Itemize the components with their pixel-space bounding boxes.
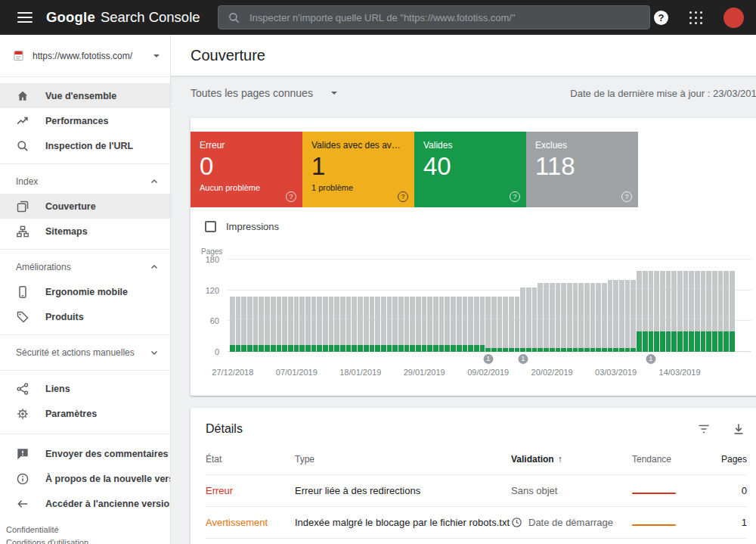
chart-bar[interactable] <box>277 297 282 352</box>
chart-bar[interactable] <box>474 297 479 352</box>
chart-bar[interactable] <box>649 271 654 352</box>
chart-bar[interactable] <box>625 280 631 352</box>
summary-card-excluded[interactable]: Exclues 118 ? <box>526 132 638 207</box>
chart-bar[interactable] <box>247 297 253 352</box>
chart-bar[interactable] <box>561 283 566 353</box>
chart-bar[interactable] <box>532 288 538 352</box>
chart-bar[interactable] <box>259 297 264 352</box>
chart-bar[interactable] <box>352 297 357 352</box>
chart-bar[interactable] <box>416 297 421 352</box>
property-selector[interactable]: https://www.fototiss.com/ <box>0 35 170 77</box>
chart-bar[interactable] <box>689 271 694 352</box>
url-inspection-searchbox[interactable]: Inspecter n'importe quelle URL de "https… <box>218 5 650 30</box>
chart-bar[interactable] <box>556 283 561 353</box>
sidebar-item-coverage[interactable]: Couverture <box>0 194 170 219</box>
chart-annotation-marker[interactable]: 1 <box>483 354 493 364</box>
column-header-validation[interactable]: Validation ↑ <box>511 454 632 465</box>
sidebar-item-overview[interactable]: Vue d'ensemble <box>0 83 170 108</box>
help-icon[interactable]: ? <box>510 191 520 202</box>
chart-bar[interactable] <box>375 297 380 352</box>
chart-bar[interactable] <box>346 297 352 352</box>
chart-bar[interactable] <box>723 271 729 352</box>
sidebar-item-about-new-version[interactable]: À propos de la nouvelle version <box>0 466 170 491</box>
chart-bar[interactable] <box>654 271 659 352</box>
help-icon[interactable]: ? <box>654 11 668 25</box>
sidebar-item-links[interactable]: Liens <box>0 376 170 401</box>
chart-bars[interactable] <box>230 260 735 352</box>
chart-bar[interactable] <box>381 297 386 352</box>
chart-bar[interactable] <box>550 283 555 353</box>
chart-bar[interactable] <box>503 297 508 352</box>
chart-bar[interactable] <box>305 297 311 352</box>
chart-bar[interactable] <box>468 297 473 352</box>
chart-annotation-marker[interactable]: 1 <box>646 354 655 364</box>
sidebar-item-feedback[interactable]: Envoyer des commentaires <box>0 441 170 466</box>
chart-bar[interactable] <box>392 297 398 352</box>
page-scope-dropdown[interactable]: Toutes les pages connues <box>191 87 337 99</box>
chart-bar[interactable] <box>718 271 723 352</box>
chart-bar[interactable] <box>608 280 613 352</box>
chart-bar[interactable] <box>671 271 677 352</box>
sidebar-item-performance[interactable]: Performances <box>0 108 170 133</box>
chart-bar[interactable] <box>329 297 334 352</box>
chart-bar[interactable] <box>323 297 328 352</box>
chart-bar[interactable] <box>364 297 369 352</box>
chart-bar[interactable] <box>457 297 462 352</box>
column-header-tendance[interactable]: Tendance <box>632 454 697 465</box>
chart-bar[interactable] <box>602 283 607 353</box>
table-row-warning[interactable]: Avertissement Indexée malgré le blocage … <box>206 507 747 539</box>
sidebar-item-mobile-usability[interactable]: Ergonomie mobile <box>0 279 170 304</box>
chart-bar[interactable] <box>660 271 665 352</box>
sidebar-item-products[interactable]: Produits <box>0 304 170 329</box>
terms-link[interactable]: Conditions d'utilisation <box>6 536 88 544</box>
chart-bar[interactable] <box>596 283 601 353</box>
chart-bar[interactable] <box>463 297 468 352</box>
menu-icon[interactable] <box>17 12 33 23</box>
chart-bar[interactable] <box>520 288 525 352</box>
chart-bar[interactable] <box>567 283 572 353</box>
chart-bar[interactable] <box>236 297 241 352</box>
chart-bar[interactable] <box>637 271 642 352</box>
download-icon[interactable] <box>732 422 745 436</box>
chart-bar[interactable] <box>485 297 491 352</box>
help-icon[interactable]: ? <box>398 191 408 202</box>
chart-bar[interactable] <box>480 297 485 352</box>
sidebar-item-old-version[interactable]: Accéder à l'ancienne version <box>0 491 170 516</box>
chart-bar[interactable] <box>613 280 618 352</box>
chart-bar[interactable] <box>427 297 432 352</box>
chart-bar[interactable] <box>294 297 299 352</box>
chart-bar[interactable] <box>677 271 683 352</box>
chart-bar[interactable] <box>340 297 345 352</box>
chart-bar[interactable] <box>311 297 317 352</box>
column-header-type[interactable]: Type <box>295 454 511 465</box>
table-row-error[interactable]: Erreur Erreur liée à des redirections Sa… <box>206 475 747 507</box>
chart-bar[interactable] <box>491 297 497 352</box>
chart-bar[interactable] <box>265 297 270 352</box>
chart-bar[interactable] <box>643 271 648 352</box>
column-header-etat[interactable]: État <box>206 454 295 465</box>
sidebar-section-security[interactable]: Sécurité et actions manuelles <box>0 340 170 365</box>
chart-bar[interactable] <box>241 297 246 352</box>
chart-bar[interactable] <box>451 297 456 352</box>
apps-grid-icon[interactable] <box>689 11 702 24</box>
impressions-checkbox[interactable] <box>205 221 216 232</box>
help-icon[interactable]: ? <box>286 191 296 202</box>
privacy-link[interactable]: Confidentialité <box>6 524 59 536</box>
sidebar-section-index[interactable]: Index <box>0 169 170 194</box>
chart-bar[interactable] <box>526 288 531 352</box>
summary-card-valid[interactable]: Valides 40 ? <box>414 132 526 207</box>
chart-bar[interactable] <box>497 297 503 352</box>
chart-bar[interactable] <box>544 283 549 353</box>
chart-bar[interactable] <box>317 297 322 352</box>
chart-bar[interactable] <box>288 297 293 352</box>
chart-bar[interactable] <box>271 297 276 352</box>
chart-bar[interactable] <box>619 280 624 352</box>
chart-bar[interactable] <box>253 297 259 352</box>
chart-bar[interactable] <box>706 271 711 352</box>
chart-annotation-marker[interactable]: 1 <box>518 354 528 364</box>
summary-card-valid-warnings[interactable]: Valides avec des avertissements 1 1 prob… <box>302 132 414 207</box>
chart-bar[interactable] <box>439 297 445 352</box>
help-icon[interactable]: ? <box>621 191 632 202</box>
app-logo[interactable]: Google Search Console <box>46 9 200 26</box>
chart-bar[interactable] <box>683 271 689 352</box>
